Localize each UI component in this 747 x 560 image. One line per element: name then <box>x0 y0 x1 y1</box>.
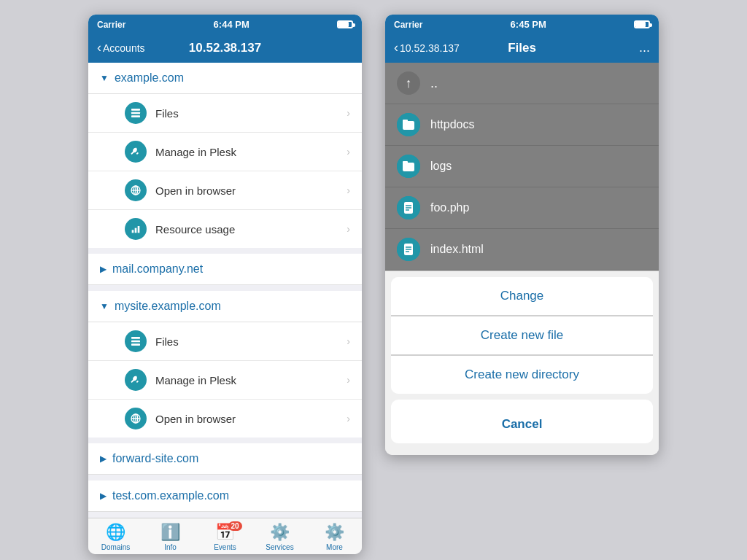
chevron-down-icon-mysite: ▼ <box>100 301 109 311</box>
folder-icon-httpdocs <box>397 113 420 136</box>
left-time: 6:44 PM <box>214 19 249 30</box>
file-item-httpdocs[interactable]: httpdocs <box>385 104 659 146</box>
file-item-index-html[interactable]: index.html <box>385 229 659 271</box>
domain-item-label-plesk-1: Manage in Plesk <box>155 146 347 158</box>
tab-info[interactable]: ℹ️ Info <box>143 523 198 551</box>
right-time: 6:45 PM <box>511 19 546 30</box>
svg-rect-12 <box>131 343 140 346</box>
tab-domains[interactable]: 🌐 Domains <box>88 523 143 551</box>
events-badge: 20 <box>228 521 242 531</box>
domain-name-mail: mail.company.net <box>112 262 203 276</box>
tab-services[interactable]: ⚙️ Services <box>252 523 307 551</box>
chevron-right-icon-3: › <box>347 184 350 196</box>
svg-rect-2 <box>131 115 140 117</box>
tab-events[interactable]: 📅 20 Events <box>198 523 252 551</box>
tab-events-label: Events <box>214 543 236 551</box>
domain-item-resource[interactable]: Resource usage › <box>88 210 362 248</box>
domain-item-browser-2[interactable]: Open in browser › <box>88 400 362 438</box>
left-back-button[interactable]: ‹ Accounts <box>97 40 145 55</box>
svg-rect-0 <box>131 109 140 111</box>
svg-rect-8 <box>135 228 137 233</box>
action-group-cancel: Cancel <box>391 400 653 443</box>
domain-name-test: test.com.example.com <box>112 489 229 502</box>
domain-section-test: ▶ test.com.example.com <box>88 481 362 512</box>
file-item-foo-php[interactable]: foo.php <box>385 187 659 229</box>
chevron-right-icon-mail: ▶ <box>100 264 107 274</box>
globe-tab-icon: 🌐 <box>106 523 125 542</box>
separator-5 <box>88 512 362 518</box>
files-icon-2 <box>125 330 147 352</box>
action-group-primary: Change Create new file Create new direct… <box>391 277 653 394</box>
domain-item-label-browser-1: Open in browser <box>155 184 347 197</box>
action-sheet-bottom-padding <box>385 449 659 455</box>
create-directory-button[interactable]: Create new directory <box>391 355 653 394</box>
domain-name-forward: forward-site.com <box>112 452 198 465</box>
up-folder-icon: ↑ <box>397 71 420 95</box>
domain-item-label-files-1: Files <box>155 107 347 120</box>
tab-services-label: Services <box>266 543 293 551</box>
domain-name-mysite: mysite.example.com <box>115 300 221 313</box>
domain-item-label-files-2: Files <box>155 335 347 348</box>
svg-rect-7 <box>132 230 134 233</box>
domain-item-files-2[interactable]: Files › <box>88 322 362 361</box>
domain-header-forward[interactable]: ▶ forward-site.com <box>88 443 362 475</box>
tab-more[interactable]: ⚙️ More <box>307 523 362 551</box>
file-item-up[interactable]: ↑ .. <box>385 63 659 104</box>
domain-header-mysite[interactable]: ▼ mysite.example.com <box>88 291 362 322</box>
chevron-right-icon-5: › <box>347 335 350 347</box>
left-carrier: Carrier <box>97 20 125 30</box>
right-status-bar: Carrier 6:45 PM <box>385 15 659 34</box>
domain-item-plesk-1[interactable]: Manage in Plesk › <box>88 133 362 171</box>
file-list: ↑ .. httpdocs logs <box>385 63 659 271</box>
chart-icon <box>125 218 147 240</box>
create-file-button[interactable]: Create new file <box>391 316 653 355</box>
separator-2 <box>88 285 362 291</box>
left-back-chevron-icon: ‹ <box>97 40 101 55</box>
domain-item-files-1[interactable]: Files › <box>88 94 362 133</box>
separator-4 <box>88 475 362 481</box>
more-tab-icon: ⚙️ <box>325 523 344 542</box>
folder-icon-logs <box>397 155 420 178</box>
left-back-label: Accounts <box>103 42 145 54</box>
info-tab-icon: ℹ️ <box>160 523 180 542</box>
domain-header-mail[interactable]: ▶ mail.company.net <box>88 254 362 285</box>
right-nav-title: Files <box>508 41 536 55</box>
file-name-httpdocs: httpdocs <box>430 118 474 131</box>
right-carrier: Carrier <box>394 20 422 30</box>
files-icon <box>125 102 147 124</box>
svg-rect-22 <box>403 120 408 122</box>
tab-bar: 🌐 Domains ℹ️ Info 📅 20 Events ⚙️ Service… <box>88 518 362 554</box>
domain-item-label-plesk-2: Manage in Plesk <box>155 374 347 386</box>
svg-rect-9 <box>138 226 140 233</box>
separator-3 <box>88 438 362 443</box>
chevron-right-icon-forward: ▶ <box>100 454 107 464</box>
devices-container: Carrier 6:44 PM ‹ Accounts 10.52.38.137 … <box>74 0 673 560</box>
right-back-button[interactable]: ‹ 10.52.38.137 <box>394 40 460 55</box>
domain-item-browser-1[interactable]: Open in browser › <box>88 171 362 210</box>
change-button[interactable]: Change <box>391 277 653 316</box>
right-nav-bar: ‹ 10.52.38.137 Files ... <box>385 34 659 63</box>
domain-header-test[interactable]: ▶ test.com.example.com <box>88 481 362 512</box>
svg-rect-25 <box>403 161 408 164</box>
globe-icon <box>125 179 147 201</box>
left-phone: Carrier 6:44 PM ‹ Accounts 10.52.38.137 … <box>88 15 362 554</box>
wrench-icon <box>125 141 147 163</box>
chevron-right-icon-6: › <box>347 374 350 386</box>
chevron-down-icon: ▼ <box>100 73 109 83</box>
svg-rect-10 <box>131 337 140 339</box>
file-name-foo-php: foo.php <box>430 201 469 214</box>
globe-icon-2 <box>125 408 147 429</box>
svg-text:↑: ↑ <box>406 76 412 90</box>
domain-header-example[interactable]: ▼ example.com <box>88 63 362 94</box>
cancel-button[interactable]: Cancel <box>391 405 653 443</box>
tab-domains-label: Domains <box>101 543 130 551</box>
file-item-logs[interactable]: logs <box>385 146 659 187</box>
chevron-right-icon-test: ▶ <box>100 491 107 501</box>
domain-list: ▼ example.com Files › Manage in Plesk › <box>88 63 362 518</box>
tab-info-label: Info <box>164 543 177 551</box>
right-more-button[interactable]: ... <box>639 40 650 55</box>
separator-1 <box>88 248 362 254</box>
file-name-logs: logs <box>430 160 452 173</box>
domain-item-label-resource: Resource usage <box>155 223 347 236</box>
domain-item-plesk-2[interactable]: Manage in Plesk › <box>88 361 362 400</box>
